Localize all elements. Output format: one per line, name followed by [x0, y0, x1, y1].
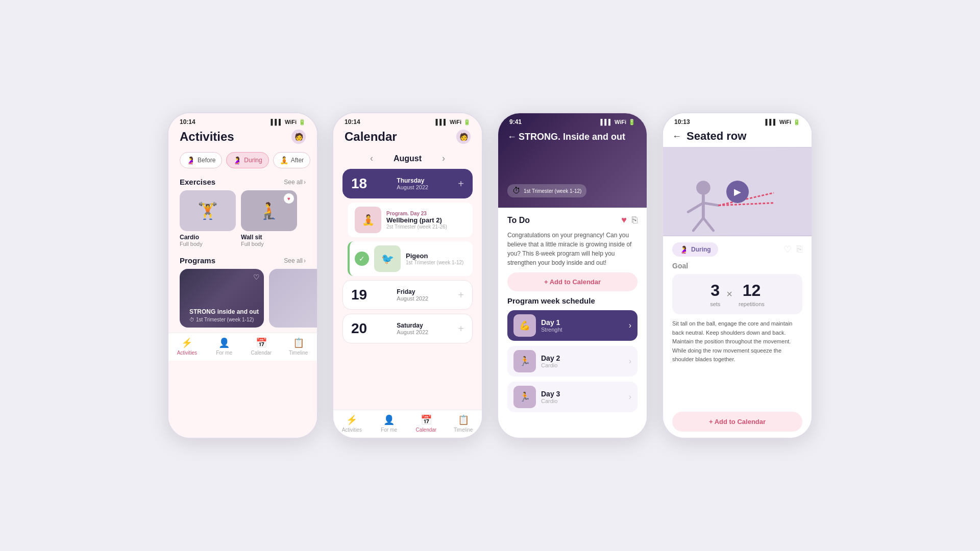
day3-sub: Cardio — [541, 398, 624, 404]
reps-label: repetitions — [739, 301, 765, 307]
day2-info: Day 2 Cardio — [541, 354, 624, 368]
exercise-video[interactable]: ▶ — [663, 147, 812, 236]
next-month-arrow[interactable]: › — [442, 153, 445, 164]
wellbeing-sub: 2st Trimester (week 21-26) — [386, 224, 468, 230]
phase-icon: 🤰 — [679, 245, 688, 254]
cal-day-18[interactable]: 18 Thursday August 2022 + — [342, 169, 473, 198]
share-icon-3[interactable]: ⎘ — [632, 215, 638, 226]
goal-title: Goal — [672, 262, 802, 270]
add-to-calendar-btn-4[interactable]: + Add to Calendar — [672, 412, 802, 432]
calendar-header: Calendar 🧑 — [333, 128, 482, 149]
forme-nav-icon-2: 👤 — [383, 414, 395, 425]
status-bar-2: 10:14 ▌▌▌ WiFi 🔋 — [333, 113, 482, 128]
programs-see-all[interactable]: See all › — [284, 257, 306, 264]
hero-badge-text: 1st Trimester (week 1-12) — [524, 188, 581, 194]
day-num-20: 20 — [351, 320, 367, 337]
battery-icon-2: 🔋 — [463, 119, 471, 126]
day-row-3[interactable]: 🏃 Day 3 Cardio › — [507, 382, 638, 412]
todo-description: Congratulations on your pregnancy! Can y… — [507, 231, 638, 267]
battery-icon-3: 🔋 — [628, 119, 635, 126]
cal-event-wellbeing[interactable]: 🧘 Program. Day 23 Wellbeing (part 2) 2st… — [348, 203, 473, 237]
filter-after-label: After — [291, 157, 304, 164]
avatar[interactable]: 🧑 — [291, 130, 306, 144]
day-row-2[interactable]: 🏃 Day 2 Cardio › — [507, 346, 638, 377]
status-bar-4: 10:13 ▌▌▌ WiFi 🔋 — [663, 113, 812, 128]
time-2: 10:14 — [345, 118, 360, 126]
program-card-strong[interactable]: STRONG inside and out ⏱ 1st Trimester (w… — [180, 269, 264, 328]
day-row-1[interactable]: 💪 Day 1 Strenght › — [507, 310, 638, 341]
back-button-4[interactable]: ← — [672, 131, 681, 142]
day3-info: Day 3 Cardio — [541, 390, 624, 404]
cal-day-19[interactable]: 19 Friday August 2022 + — [342, 280, 473, 310]
cal-day-20[interactable]: 20 Saturday August 2022 + — [342, 314, 473, 343]
program-name-strong: STRONG inside and out — [189, 308, 259, 315]
day-info-19: Friday August 2022 — [397, 288, 428, 302]
calendar-avatar[interactable]: 🧑 — [456, 130, 471, 144]
heart-icon-4[interactable]: ♡ — [783, 244, 792, 255]
back-button-3[interactable]: ← STRONG. Inside and out — [507, 132, 625, 142]
day2-name: Day 2 — [541, 354, 624, 362]
pigeon-sub: 1st Trimester (week 1-12) — [406, 260, 468, 265]
program-bg-strong: STRONG inside and out ⏱ 1st Trimester (w… — [180, 269, 264, 328]
exercise-cardio-thumb: 🏋️ — [180, 190, 236, 231]
add-to-calendar-btn-3[interactable]: + Add to Calendar — [507, 272, 638, 291]
filter-tabs: 🤰 Before 🤰 During 🧘 After — [168, 149, 317, 173]
status-bar-1: 10:14 ▌▌▌ WiFi 🔋 — [168, 113, 317, 128]
sets-group: 3 sets — [710, 281, 720, 307]
filter-during[interactable]: 🤰 During — [226, 152, 268, 168]
program-heart-icon: ♡ — [253, 273, 260, 281]
day-name-19: Friday — [397, 288, 428, 295]
phase-text: During — [691, 246, 711, 253]
nav2-activities[interactable]: ⚡ Activities — [333, 414, 371, 433]
calendar-nav-icon: 📅 — [256, 337, 267, 348]
status-icons-1: ▌▌▌ WiFi 🔋 — [271, 119, 306, 126]
nav-timeline[interactable]: 📋 Timeline — [280, 337, 317, 356]
day-num-18: 18 — [351, 176, 367, 192]
play-button[interactable]: ▶ — [726, 181, 749, 203]
add-day-18[interactable]: + — [458, 178, 464, 190]
reps-group: 12 repetitions — [739, 281, 765, 307]
day-info-18: Thursday August 2022 — [397, 177, 428, 190]
activities-nav-icon: ⚡ — [181, 337, 192, 348]
programs-section-header: Programs See all › — [168, 252, 317, 269]
nav-forme-label: For me — [216, 350, 232, 356]
nav-forme[interactable]: 👤 For me — [206, 337, 243, 356]
wifi-icon: WiFi — [285, 119, 297, 125]
nav2-timeline[interactable]: 📋 Timeline — [445, 414, 482, 433]
day3-chevron: › — [629, 392, 631, 402]
day-month-20: August 2022 — [397, 329, 428, 335]
exercise-item-cardio[interactable]: 🏋️ Cardio Full body — [180, 190, 236, 247]
calendar-nav-icon-2: 📅 — [421, 414, 432, 425]
exercise-item-wallsit[interactable]: 🧎 ♥ Wall sit Full body — [241, 190, 297, 247]
programs-scroll: STRONG inside and out ⏱ 1st Trimester (w… — [168, 269, 317, 333]
timeline-nav-icon: 📋 — [293, 337, 304, 348]
share-icon-4[interactable]: ⎘ — [797, 244, 802, 255]
nav2-forme[interactable]: 👤 For me — [371, 414, 408, 433]
clock-icon: ⏱ — [512, 186, 521, 195]
time-1: 10:14 — [180, 118, 195, 126]
prev-month-arrow[interactable]: ‹ — [370, 153, 373, 164]
heart-icon-3[interactable]: ♥ — [621, 215, 627, 226]
battery-icon: 🔋 — [299, 119, 306, 126]
exercises-see-all[interactable]: See all › — [284, 179, 306, 186]
nav2-forme-label: For me — [381, 427, 397, 433]
add-day-19[interactable]: + — [458, 289, 464, 301]
sets-label: sets — [710, 301, 720, 307]
week-schedule-title: Program week schedule — [507, 296, 638, 305]
filter-after[interactable]: 🧘 After — [273, 152, 310, 168]
time-4: 10:13 — [674, 118, 690, 126]
nav-activities[interactable]: ⚡ Activities — [168, 337, 206, 356]
day-name-18: Thursday — [397, 177, 428, 184]
day1-thumb: 💪 — [513, 314, 536, 337]
activities-nav-icon-2: ⚡ — [346, 414, 357, 425]
cal-event-pigeon[interactable]: ✓ 🐦 Pigeon 1st Trimester (week 1-12) — [348, 241, 473, 276]
add-day-20[interactable]: + — [458, 323, 464, 335]
filter-before[interactable]: 🤰 Before — [180, 152, 222, 168]
program-card-2[interactable] — [269, 269, 317, 328]
day-name-20: Saturday — [397, 322, 428, 329]
nav-calendar[interactable]: 📅 Calendar — [243, 337, 280, 356]
nav2-calendar[interactable]: 📅 Calendar — [408, 414, 445, 433]
exercises-title: Exercises — [180, 178, 215, 186]
nav2-activities-label: Activities — [342, 427, 362, 433]
programs-title: Programs — [180, 256, 215, 265]
